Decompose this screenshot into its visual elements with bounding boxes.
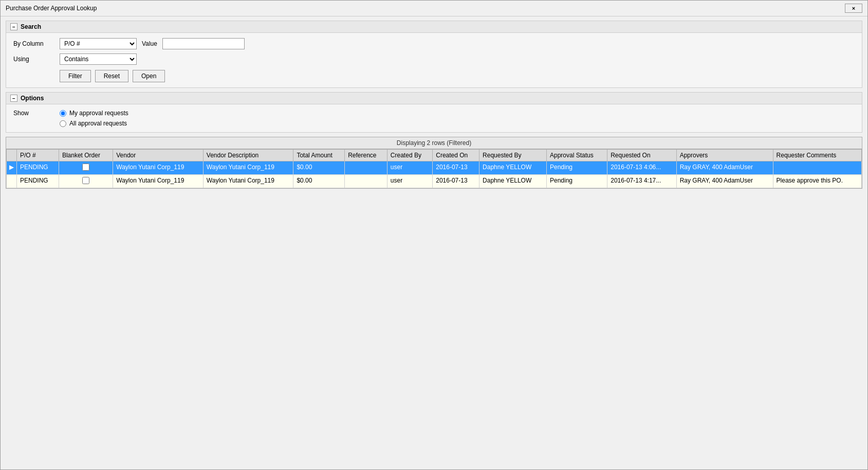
- table-body: ▶PENDINGWaylon Yutani Corp_119Waylon Yut…: [7, 161, 862, 188]
- value-input[interactable]: [162, 38, 245, 49]
- radio-my-approval[interactable]: My approval requests: [60, 110, 128, 117]
- cell-created-by: user: [387, 161, 432, 175]
- cell-reference: [345, 161, 387, 175]
- col-header-approvers: Approvers: [676, 150, 773, 161]
- search-body: By Column P/O # Vendor Vendor Descriptio…: [6, 33, 862, 87]
- using-label: Using: [13, 56, 54, 63]
- cell-created-on: 2016-07-13: [433, 175, 479, 188]
- options-panel: − Options Show My approval requests All …: [6, 92, 862, 133]
- col-header-created-on: Created On: [433, 150, 479, 161]
- search-header-label: Search: [21, 23, 41, 30]
- col-header-vendor-desc: Vendor Description: [203, 150, 293, 161]
- value-label: Value: [142, 40, 157, 47]
- cell-vendor: Waylon Yutani Corp_119: [113, 175, 204, 188]
- table-row[interactable]: ▶PENDINGWaylon Yutani Corp_119Waylon Yut…: [7, 161, 862, 175]
- row-indicator: ▶: [7, 161, 17, 175]
- reset-button[interactable]: Reset: [95, 70, 128, 82]
- cell-requested-on: 2016-07-13 4:06...: [607, 161, 676, 175]
- cell-total-amount: $0.00: [293, 161, 345, 175]
- col-header-requested-on: Requested On: [607, 150, 676, 161]
- radio-group: My approval requests All approval reques…: [60, 110, 128, 127]
- cell-approvers: Ray GRAY, 400 AdamUser: [676, 175, 773, 188]
- search-collapse-btn[interactable]: −: [10, 23, 17, 30]
- options-body: Show My approval requests All approval r…: [6, 104, 862, 132]
- open-button[interactable]: Open: [133, 70, 165, 82]
- table-status: Displaying 2 rows (Filtered): [6, 137, 862, 149]
- show-row: Show My approval requests All approval r…: [13, 110, 855, 127]
- title-bar: Purchase Order Approval Lookup ×: [1, 1, 867, 16]
- main-window: Purchase Order Approval Lookup × − Searc…: [0, 0, 868, 470]
- col-header-requester-comments: Requester Comments: [773, 150, 861, 161]
- cell-blanket-order[interactable]: [59, 175, 113, 188]
- cell-blanket-order[interactable]: [59, 161, 113, 175]
- options-header: − Options: [6, 93, 862, 104]
- cell-created-by: user: [387, 175, 432, 188]
- radio-all-approval-label: All approval requests: [69, 120, 127, 127]
- by-column-label: By Column: [13, 40, 54, 47]
- col-header-created-by: Created By: [387, 150, 432, 161]
- cell-reference: [345, 175, 387, 188]
- col-header-approval-status: Approval Status: [546, 150, 607, 161]
- filter-button[interactable]: Filter: [60, 70, 91, 82]
- col-header-po-num: P/O #: [17, 150, 59, 161]
- search-header: − Search: [6, 21, 862, 33]
- col-header-blanket: Blanket Order: [59, 150, 113, 161]
- window-title: Purchase Order Approval Lookup: [6, 5, 97, 12]
- search-buttons: Filter Reset Open: [60, 70, 855, 82]
- cell-approval-status: Pending: [546, 161, 607, 175]
- blanket-order-checkbox[interactable]: [82, 164, 89, 171]
- cell-vendor-desc: Waylon Yutani Corp_119: [203, 175, 293, 188]
- by-column-select[interactable]: P/O # Vendor Vendor Description Total Am…: [60, 38, 137, 49]
- results-table: P/O # Blanket Order Vendor Vendor Descri…: [6, 149, 862, 188]
- using-select[interactable]: Contains Starts With Equals: [60, 53, 137, 65]
- cell-requester-comments: [773, 161, 861, 175]
- col-header-reference: Reference: [345, 150, 387, 161]
- cell-vendor-desc: Waylon Yutani Corp_119: [203, 161, 293, 175]
- options-header-label: Options: [21, 95, 44, 102]
- cell-approval-status: Pending: [546, 175, 607, 188]
- col-header-total-amount: Total Amount: [293, 150, 345, 161]
- radio-all-approval[interactable]: All approval requests: [60, 120, 128, 127]
- table-row[interactable]: PENDINGWaylon Yutani Corp_119Waylon Yuta…: [7, 175, 862, 188]
- col-header-requested-by: Requested By: [479, 150, 547, 161]
- close-button[interactable]: ×: [845, 4, 862, 13]
- show-label: Show: [13, 110, 54, 117]
- blanket-order-checkbox[interactable]: [82, 177, 89, 184]
- cell-approvers: Ray GRAY, 400 AdamUser: [676, 161, 773, 175]
- table-container: Displaying 2 rows (Filtered) P/O # Blank…: [6, 137, 862, 189]
- cell-requested-on: 2016-07-13 4:17...: [607, 175, 676, 188]
- cell-requested-by: Daphne YELLOW: [479, 161, 547, 175]
- using-row: Using Contains Starts With Equals: [13, 53, 855, 65]
- cell-po-num: PENDING: [17, 175, 59, 188]
- table-header-row: P/O # Blanket Order Vendor Vendor Descri…: [7, 150, 862, 161]
- cell-created-on: 2016-07-13: [433, 161, 479, 175]
- col-header-icon: [7, 150, 17, 161]
- radio-all-approval-input[interactable]: [60, 120, 66, 127]
- cell-vendor: Waylon Yutani Corp_119: [113, 161, 204, 175]
- options-collapse-btn[interactable]: −: [10, 95, 17, 102]
- radio-my-approval-input[interactable]: [60, 110, 66, 117]
- col-header-vendor: Vendor: [113, 150, 204, 161]
- cell-requester-comments: Please approve this PO.: [773, 175, 861, 188]
- row-indicator: [7, 175, 17, 188]
- search-panel: − Search By Column P/O # Vendor Vendor D…: [6, 21, 862, 88]
- cell-requested-by: Daphne YELLOW: [479, 175, 547, 188]
- by-column-row: By Column P/O # Vendor Vendor Descriptio…: [13, 38, 855, 49]
- radio-my-approval-label: My approval requests: [69, 110, 128, 117]
- cell-total-amount: $0.00: [293, 175, 345, 188]
- cell-po-num: PENDING: [17, 161, 59, 175]
